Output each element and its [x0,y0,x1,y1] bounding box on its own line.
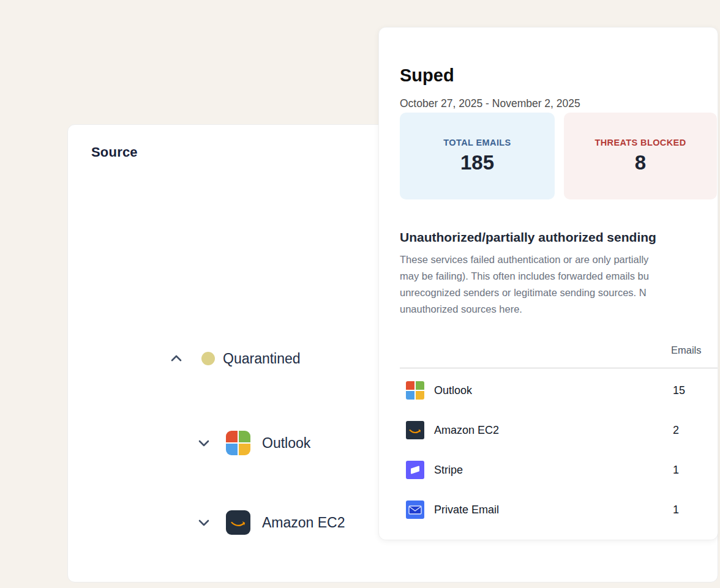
service-email-count: 1 [673,464,679,477]
table-row-amazon-ec2: Amazon EC2 2 [400,421,718,439]
stat-label: TOTAL EMAILS [443,138,511,147]
tree-item-outlook[interactable]: Outlook [197,430,310,456]
service-name: Outlook [434,384,472,397]
description-line: These services failed authentication or … [400,251,718,268]
section-heading: Unauthorized/partially authorized sendin… [400,230,718,245]
tree-item-label: Quarantined [223,351,301,367]
service-name: Private Email [434,504,499,516]
service-name: Stripe [434,464,463,477]
table-divider [400,368,718,368]
chevron-down-icon[interactable] [197,516,211,529]
stat-label: THREATS BLOCKED [594,138,686,147]
description-line: unauthorized sources here. [400,301,718,318]
table-row-outlook: Outlook 15 [400,381,718,400]
tree-item-quarantined[interactable]: Quarantined [170,345,301,372]
viewport: Source Quarantined Outlook [0,0,720,588]
emails-column-header: Emails [671,344,702,356]
stat-card-total-emails: TOTAL EMAILS 185 [400,113,555,199]
chevron-up-icon[interactable] [170,352,183,365]
tree-item-amazon-ec2[interactable]: Amazon EC2 [197,509,345,536]
service-email-count: 2 [673,424,679,437]
report-title: Suped [400,65,454,86]
amazon-logo-icon [406,421,424,439]
quarantined-dot-icon [201,352,215,365]
report-panel: Suped October 27, 2025 - November 2, 202… [378,27,718,540]
section-description: These services failed authentication or … [400,251,718,318]
service-email-count: 15 [673,384,685,397]
tree-item-label: Amazon EC2 [262,515,345,531]
microsoft-logo-icon [406,381,424,400]
table-row-stripe: Stripe 1 [400,461,718,479]
stat-value: 185 [460,151,494,174]
stat-card-threats-blocked: THREATS BLOCKED 8 [564,113,717,199]
amazon-logo-icon [226,510,250,535]
service-name: Amazon EC2 [434,424,499,437]
description-line: may be failing). This often includes for… [400,268,718,285]
source-panel-title: Source [91,144,138,160]
tree-item-label: Outlook [262,435,310,452]
description-line: unrecognized senders or legitimate sendi… [400,285,718,301]
private-email-logo-icon [406,501,424,519]
stripe-logo-icon [406,461,424,479]
service-email-count: 1 [673,504,679,516]
microsoft-logo-icon [226,431,250,455]
table-row-private-email: Private Email 1 [400,501,718,519]
report-date-range: October 27, 2025 - November 2, 2025 [400,97,580,110]
stat-value: 8 [635,151,646,174]
chevron-down-icon[interactable] [197,436,211,450]
